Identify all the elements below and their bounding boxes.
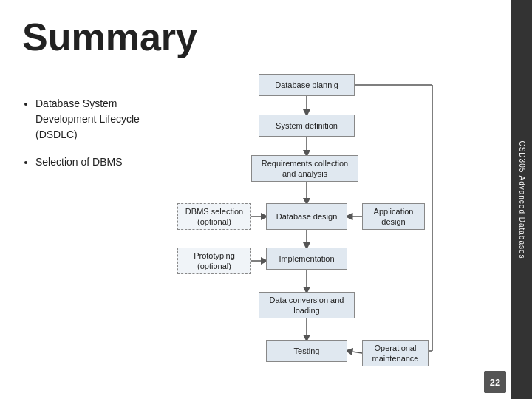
svg-line-9 [347,351,362,353]
page-number: 22 [484,371,506,393]
flow-box-sys-def: System definition [259,115,355,137]
flow-box-app-design: Application design [362,203,425,230]
flow-box-db-planning: Database plannig [259,74,355,96]
flow-box-op-maint: Operational maintenance [362,340,429,366]
flow-box-prototyping: Prototyping (optional) [177,248,251,274]
sidebar-label: CSD305 Advanced Databases [511,0,532,399]
flow-box-implementation: Implementation [266,248,347,270]
flowchart: Database plannigSystem definitionRequire… [177,74,505,362]
bullet-list: Database System Development Lifecycle (D… [22,96,170,182]
flow-box-dbms-sel: DBMS selection (optional) [177,203,251,230]
bullet-item-1: Database System Development Lifecycle (D… [35,96,170,143]
page-title: Summary [22,15,197,59]
flow-box-req-coll: Requirements collection and analysis [251,155,358,182]
bullet-item-2: Selection of DBMS [35,154,170,170]
flow-box-data-conv: Data conversion and loading [259,292,355,318]
flow-box-db-design: Database design [266,203,347,230]
flow-box-testing: Testing [266,340,347,362]
